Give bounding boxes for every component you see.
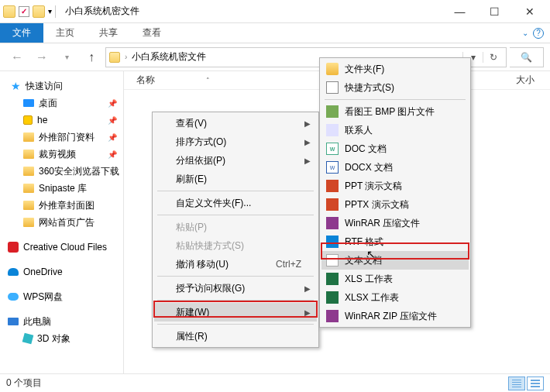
sidebar-item[interactable]: 裁剪视频📌	[0, 146, 123, 163]
menu-label: 撤消 移动(U)	[176, 258, 229, 271]
folder-icon	[23, 184, 34, 193]
menu-separator	[325, 99, 466, 100]
column-name[interactable]: 名称˄	[136, 74, 229, 87]
submenu-bmp[interactable]: 看图王 BMP 图片文件	[321, 102, 469, 121]
submenu-rtf[interactable]: RTF 格式	[321, 232, 469, 251]
menu-label: XLSX 工作表	[345, 291, 399, 304]
ribbon: 文件 主页 共享 查看 ⌄ ?	[0, 23, 550, 43]
folder-icon	[33, 5, 45, 18]
sidebar-item-label: WPS网盘	[23, 291, 63, 304]
tab-view[interactable]: 查看	[130, 23, 174, 43]
txt-icon	[326, 254, 339, 266]
view-details-button[interactable]	[508, 377, 525, 390]
sidebar-creative-cloud[interactable]: Creative Cloud Files	[0, 239, 123, 256]
pptx-icon	[326, 198, 339, 211]
submenu-doc[interactable]: WDOC 文档	[321, 139, 469, 158]
submenu-folder[interactable]: 文件夹(F)	[321, 60, 469, 78]
menu-shortcut: Ctrl+Z	[276, 259, 301, 270]
sidebar-this-pc[interactable]: 此电脑	[0, 313, 123, 330]
divider	[55, 5, 56, 18]
folder-icon	[3, 5, 15, 18]
column-size[interactable]: 大小	[516, 74, 535, 87]
minimize-button[interactable]: —	[442, 0, 477, 23]
shortcut-icon	[326, 81, 339, 94]
submenu-contact[interactable]: 联系人	[321, 121, 469, 139]
xls-icon	[326, 273, 339, 285]
menu-new[interactable]: 新建(W)▶	[154, 303, 317, 322]
ribbon-expand-icon[interactable]: ⌄	[522, 29, 528, 37]
sidebar-item[interactable]: he📌	[0, 112, 123, 129]
new-submenu: 文件夹(F) 快捷方式(S) 看图王 BMP 图片文件 联系人 WDOC 文档 …	[319, 57, 471, 328]
submenu-rar[interactable]: WinRAR 压缩文件	[321, 214, 469, 232]
folder-icon	[23, 150, 34, 159]
menu-label: DOCX 文档	[345, 161, 393, 174]
tab-share[interactable]: 共享	[87, 23, 130, 43]
alert-icon	[23, 115, 33, 125]
chevron-right-icon[interactable]: ›	[125, 53, 127, 61]
sidebar-item-desktop[interactable]: 桌面📌	[0, 95, 123, 112]
submenu-txt[interactable]: 文本文档	[321, 251, 469, 270]
sidebar-item[interactable]: 网站首页广告	[0, 214, 123, 231]
menu-properties[interactable]: 属性(R)	[154, 327, 317, 346]
sidebar-item-label: OneDrive	[23, 266, 63, 277]
submenu-xls[interactable]: XLS 工作表	[321, 270, 469, 288]
close-button[interactable]: ✕	[512, 0, 547, 23]
sidebar-item[interactable]: 外推部门资料📌	[0, 129, 123, 146]
folder-icon	[23, 218, 34, 227]
qat-checkbox[interactable]: ✓	[19, 6, 29, 17]
tab-home[interactable]: 主页	[43, 23, 87, 43]
view-icons-button[interactable]	[527, 377, 544, 390]
sidebar-item[interactable]: 360安全浏览器下载	[0, 163, 123, 180]
menu-view[interactable]: 查看(V)▶	[154, 114, 317, 132]
maximize-button[interactable]: ☐	[477, 0, 512, 23]
submenu-xlsx[interactable]: XLSX 工作表	[321, 288, 469, 307]
pin-icon: 📌	[108, 116, 117, 125]
context-menu: 查看(V)▶ 排序方式(O)▶ 分组依据(P)▶ 刷新(E) 自定义文件夹(F)…	[152, 112, 319, 348]
menu-refresh[interactable]: 刷新(E)	[154, 170, 317, 188]
forward-button[interactable]: →	[31, 47, 53, 67]
tab-file[interactable]: 文件	[0, 23, 43, 43]
sidebar-3d-objects[interactable]: 3D 对象	[0, 330, 123, 347]
menu-group[interactable]: 分组依据(P)▶	[154, 151, 317, 170]
refresh-button[interactable]: ↻	[483, 52, 503, 63]
help-icon[interactable]: ?	[533, 28, 544, 39]
chevron-right-icon: ▶	[304, 119, 311, 128]
sidebar-item[interactable]: Snipaste 库	[0, 180, 123, 197]
breadcrumb[interactable]: 小白系统机密文件	[132, 50, 206, 64]
menu-grant-access[interactable]: 授予访问权限(G)▶	[154, 279, 317, 297]
submenu-docx[interactable]: WDOCX 文档	[321, 158, 469, 177]
folder-icon	[109, 52, 120, 63]
menu-label: RTF 格式	[345, 236, 383, 249]
chevron-right-icon: ▶	[304, 156, 311, 165]
submenu-ppt[interactable]: PPT 演示文稿	[321, 177, 469, 195]
pc-icon	[8, 318, 19, 325]
menu-label: 新建(W)	[176, 306, 209, 319]
qat-dropdown-icon[interactable]: ▾	[48, 7, 52, 15]
menu-paste-shortcut: 粘贴快捷方式(S)	[154, 236, 317, 255]
sidebar: ★ 快速访问 桌面📌 he📌 外推部门资料📌 裁剪视频📌 360安全浏览器下载 …	[0, 71, 124, 373]
recent-dropdown[interactable]: ▾	[56, 47, 77, 67]
sidebar-onedrive[interactable]: OneDrive	[0, 263, 123, 280]
menu-label: 属性(R)	[176, 330, 208, 343]
menu-label: WinRAR 压缩文件	[345, 217, 420, 230]
menu-undo[interactable]: 撤消 移动(U)Ctrl+Z	[154, 255, 317, 273]
chevron-right-icon: ▶	[304, 138, 311, 146]
sidebar-label: 快速访问	[26, 80, 63, 93]
ppt-icon	[326, 180, 339, 192]
menu-customize[interactable]: 自定义文件夹(F)...	[154, 194, 317, 212]
menu-label: PPTX 演示文稿	[345, 198, 409, 211]
sidebar-wps[interactable]: WPS网盘	[0, 288, 123, 305]
submenu-shortcut[interactable]: 快捷方式(S)	[321, 78, 469, 97]
sidebar-item[interactable]: 外推章封面图	[0, 197, 123, 214]
wps-icon	[8, 293, 19, 301]
up-button[interactable]: ↑	[81, 47, 102, 67]
back-button[interactable]: ←	[6, 47, 28, 67]
submenu-zip[interactable]: WinRAR ZIP 压缩文件	[321, 307, 469, 325]
search-input[interactable]: 🔍	[510, 47, 544, 67]
menu-sort[interactable]: 排序方式(O)▶	[154, 132, 317, 151]
sidebar-quick-access[interactable]: ★ 快速访问	[0, 77, 123, 95]
menu-label: 联系人	[345, 124, 373, 137]
submenu-pptx[interactable]: PPTX 演示文稿	[321, 195, 469, 214]
status-bar: 0 个项目	[0, 373, 550, 392]
title-bar: ✓ ▾ 小白系统机密文件 — ☐ ✕	[0, 0, 550, 23]
